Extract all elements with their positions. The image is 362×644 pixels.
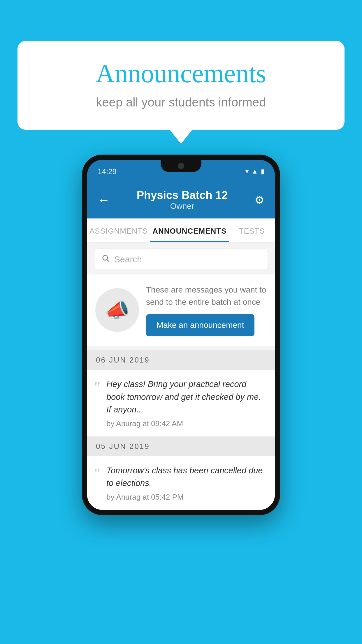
promo-card: 📣 These are messages you want to send to…	[87, 274, 275, 346]
status-bar: 14:29 ▾ ▲ ▮	[87, 160, 275, 183]
announcement-text-2: Tomorrow's class has been cancelled due …	[106, 464, 267, 490]
notch	[161, 160, 201, 172]
wifi-icon: ▾	[245, 168, 249, 175]
back-button[interactable]: ←	[98, 193, 110, 207]
settings-icon[interactable]: ⚙	[254, 194, 264, 206]
tabs-bar: ASSIGNMENTS ANNOUNCEMENTS TESTS	[87, 218, 275, 243]
search-icon	[101, 254, 110, 264]
svg-line-1	[107, 260, 109, 261]
camera-notch	[178, 163, 184, 169]
search-placeholder: Search	[114, 254, 142, 264]
signal-icon: ▲	[252, 168, 258, 175]
megaphone-circle: 📣	[95, 288, 139, 332]
speech-bubble: Announcements keep all your students inf…	[17, 41, 345, 130]
status-time: 14:29	[98, 167, 117, 176]
app-header: ← Physics Batch 12 Owner ⚙	[87, 183, 275, 218]
announcement-item-1[interactable]: " Hey class! Bring your practical record…	[87, 370, 275, 437]
tab-assignments[interactable]: ASSIGNMENTS	[87, 218, 150, 242]
announcement-text-1: Hey class! Bring your practical record b…	[106, 378, 267, 416]
svg-point-0	[103, 256, 108, 260]
search-bar[interactable]: Search	[94, 249, 268, 270]
header-title: Physics Batch 12	[110, 189, 254, 202]
megaphone-icon: 📣	[105, 298, 130, 322]
announcement-meta-1: by Anurag at 09:42 AM	[106, 419, 267, 428]
bubble-subtitle: keep all your students informed	[41, 95, 321, 109]
bubble-title: Announcements	[41, 58, 321, 88]
announcement-meta-2: by Anurag at 05:42 PM	[106, 493, 267, 502]
quote-icon-2: "	[94, 466, 101, 482]
phone-screen: ← Physics Batch 12 Owner ⚙ ASSIGNMENTS A…	[87, 183, 275, 510]
date-separator-1: 06 JUN 2019	[87, 350, 275, 370]
announcement-content-1: Hey class! Bring your practical record b…	[106, 378, 267, 428]
promo-description: These are messages you want to send to t…	[146, 284, 267, 308]
phone-wrapper: 14:29 ▾ ▲ ▮ ← Physics Batch 12 Owner ⚙ A…	[82, 155, 280, 644]
tab-announcements[interactable]: ANNOUNCEMENTS	[150, 218, 229, 242]
quote-icon-1: "	[94, 380, 101, 396]
header-center: Physics Batch 12 Owner	[110, 189, 254, 211]
announcement-content-2: Tomorrow's class has been cancelled due …	[106, 464, 267, 502]
date-separator-2: 05 JUN 2019	[87, 437, 275, 456]
phone-device: 14:29 ▾ ▲ ▮ ← Physics Batch 12 Owner ⚙ A…	[82, 155, 280, 515]
announcement-item-2[interactable]: " Tomorrow's class has been cancelled du…	[87, 456, 275, 510]
header-subtitle: Owner	[110, 202, 254, 211]
promo-right: These are messages you want to send to t…	[146, 284, 267, 336]
make-announcement-button[interactable]: Make an announcement	[146, 314, 254, 336]
status-icons: ▾ ▲ ▮	[245, 168, 264, 175]
speech-bubble-section: Announcements keep all your students inf…	[17, 41, 345, 130]
battery-icon: ▮	[261, 168, 264, 175]
tab-tests[interactable]: TESTS	[229, 218, 275, 242]
